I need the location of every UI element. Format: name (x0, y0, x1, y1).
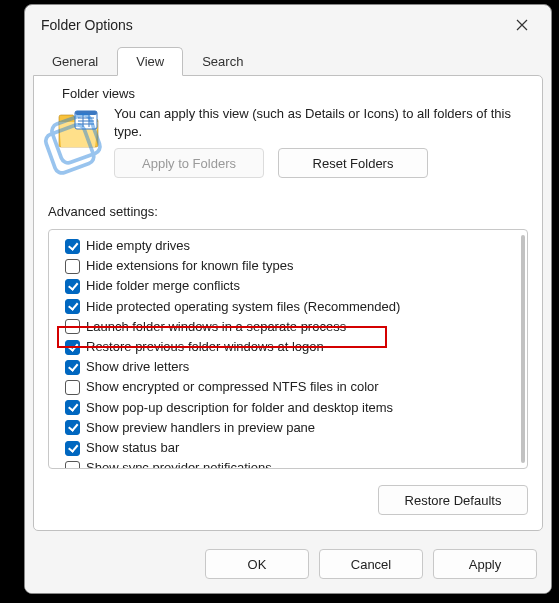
tab-strip: General View Search (25, 45, 551, 75)
checkbox[interactable] (65, 420, 80, 435)
advanced-setting-label: Show status bar (86, 439, 179, 457)
advanced-setting-item[interactable]: Launch folder windows in a separate proc… (63, 317, 517, 337)
folder-views-description: You can apply this view (such as Details… (114, 105, 522, 140)
tab-search[interactable]: Search (183, 47, 262, 75)
view-tab-panel: Folder views You can apply this view (su… (33, 75, 543, 531)
advanced-setting-label: Hide protected operating system files (R… (86, 298, 400, 316)
checkbox[interactable] (65, 360, 80, 375)
checkbox[interactable] (65, 380, 80, 395)
advanced-setting-label: Show preview handlers in preview pane (86, 419, 315, 437)
advanced-setting-label: Hide folder merge conflicts (86, 277, 240, 295)
advanced-setting-label: Show encrypted or compressed NTFS files … (86, 378, 379, 396)
checkbox[interactable] (65, 299, 80, 314)
checkbox[interactable] (65, 340, 80, 355)
advanced-setting-label: Show drive letters (86, 358, 189, 376)
advanced-setting-label: Restore previous folder windows at logon (86, 338, 324, 356)
cancel-button[interactable]: Cancel (319, 549, 423, 579)
svg-rect-1 (75, 111, 97, 115)
folder-views-group: Folder views You can apply this view (su… (48, 86, 528, 188)
checkbox[interactable] (65, 461, 80, 469)
advanced-setting-label: Hide empty drives (86, 237, 190, 255)
checkbox[interactable] (65, 259, 80, 274)
advanced-setting-label: Show sync provider notifications (86, 459, 272, 469)
checkbox[interactable] (65, 239, 80, 254)
advanced-settings-listbox[interactable]: Hide empty drivesHide extensions for kno… (48, 229, 528, 469)
title-bar: Folder Options (25, 5, 551, 45)
advanced-setting-item[interactable]: Restore previous folder windows at logon (63, 337, 517, 357)
close-button[interactable] (501, 10, 543, 40)
ok-button[interactable]: OK (205, 549, 309, 579)
checkbox[interactable] (65, 279, 80, 294)
tab-general[interactable]: General (33, 47, 117, 75)
checkbox[interactable] (65, 441, 80, 456)
advanced-setting-item[interactable]: Show drive letters (63, 357, 517, 377)
folder-options-dialog: Folder Options General View Search Folde… (24, 4, 552, 594)
dialog-action-bar: OK Cancel Apply (25, 539, 551, 593)
close-icon (516, 19, 528, 31)
advanced-setting-item[interactable]: Show preview handlers in preview pane (63, 418, 517, 438)
advanced-setting-item[interactable]: Show pop-up description for folder and d… (63, 398, 517, 418)
advanced-setting-item[interactable]: Hide protected operating system files (R… (63, 297, 517, 317)
advanced-setting-item[interactable]: Show encrypted or compressed NTFS files … (63, 377, 517, 397)
advanced-setting-label: Hide extensions for known file types (86, 257, 293, 275)
reset-folders-button[interactable]: Reset Folders (278, 148, 428, 178)
checkbox[interactable] (65, 400, 80, 415)
apply-to-folders-button: Apply to Folders (114, 148, 264, 178)
scrollbar[interactable] (521, 235, 525, 463)
advanced-settings-label: Advanced settings: (48, 204, 528, 219)
apply-button[interactable]: Apply (433, 549, 537, 579)
advanced-setting-item[interactable]: Show sync provider notifications (63, 458, 517, 469)
advanced-setting-label: Show pop-up description for folder and d… (86, 399, 393, 417)
advanced-setting-item[interactable]: Hide empty drives (63, 236, 517, 256)
advanced-setting-item[interactable]: Show status bar (63, 438, 517, 458)
folder-views-legend: Folder views (60, 86, 528, 101)
checkbox[interactable] (65, 319, 80, 334)
advanced-setting-item[interactable]: Hide extensions for known file types (63, 256, 517, 276)
tab-view[interactable]: View (117, 47, 183, 76)
restore-defaults-button[interactable]: Restore Defaults (378, 485, 528, 515)
advanced-setting-label: Launch folder windows in a separate proc… (86, 318, 346, 336)
window-title: Folder Options (41, 17, 501, 33)
advanced-setting-item[interactable]: Hide folder merge conflicts (63, 276, 517, 296)
folder-views-icon (56, 107, 102, 151)
